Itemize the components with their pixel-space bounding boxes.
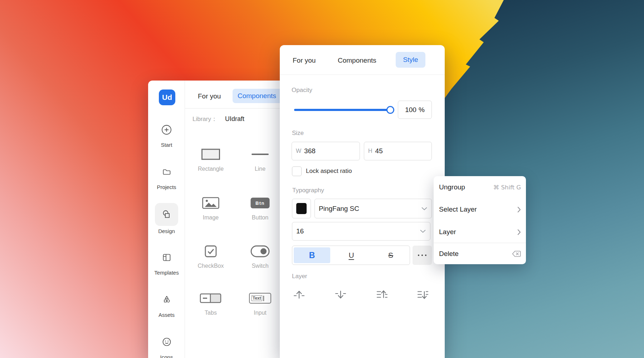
smiley-icon (162, 337, 171, 347)
input-icon: Text (249, 293, 271, 304)
component-label: Rectangle (198, 166, 224, 172)
font-family-value: PingFang SC (319, 205, 359, 213)
bring-forward-icon (376, 288, 389, 301)
size-label: Size (292, 130, 304, 137)
height-value: 45 (375, 147, 383, 155)
panel-tab-components[interactable]: Components (338, 57, 376, 64)
image-icon (202, 197, 220, 209)
menu-item-label: Select Layer (439, 205, 517, 213)
sidebar-item-design[interactable]: Design (148, 203, 185, 235)
sidebar-item-projects[interactable]: Projects (148, 167, 185, 191)
folder-icon (162, 167, 171, 176)
bring-to-front-icon (293, 288, 306, 301)
chevron-right-icon (517, 207, 521, 213)
component-label: Input (254, 310, 267, 316)
panel-tab-style-label: Style (403, 56, 418, 64)
more-options-button[interactable] (413, 246, 432, 265)
design-shapes-icon (161, 209, 172, 220)
font-size-value: 16 (296, 227, 304, 235)
text-color-swatch (296, 203, 307, 214)
component-label: Line (255, 166, 265, 172)
layout-icon (162, 253, 171, 262)
send-backward-icon (416, 288, 429, 301)
send-backward-button[interactable] (416, 287, 430, 302)
menu-item-select-layer[interactable]: Select Layer (434, 202, 526, 217)
opacity-value: 100 (405, 106, 416, 114)
bring-to-front-button[interactable] (292, 287, 306, 302)
rectangle-icon (201, 149, 220, 160)
sidebar-item-label: Templates (154, 269, 179, 276)
asset-shapes-icon (162, 295, 171, 304)
btn-chip-label: Btn (251, 198, 270, 208)
component-label: CheckBox (198, 263, 224, 269)
height-prefix: H (368, 148, 372, 154)
library-row: Library： UIdraft (192, 115, 244, 123)
text-color-picker[interactable] (292, 199, 311, 218)
panel-tab-for-you[interactable]: For you (293, 57, 316, 64)
bring-forward-button[interactable] (375, 287, 389, 302)
selected-item-highlight (155, 203, 178, 226)
backspace-icon (512, 251, 521, 257)
sidebar-item-start[interactable]: Start (148, 124, 185, 149)
library-name[interactable]: UIdraft (225, 115, 244, 123)
input-sample-text: Text (252, 295, 262, 301)
component-label: Switch (252, 263, 268, 269)
sidebar-item-assets[interactable]: Assets (148, 295, 185, 319)
chevron-down-icon (421, 207, 427, 210)
sidebar-item-label: Start (161, 141, 172, 149)
width-prefix: W (296, 148, 301, 154)
tab-components-label: Components (238, 92, 276, 100)
text-style-group: B U S (292, 246, 410, 265)
send-to-back-button[interactable] (333, 287, 348, 302)
lock-aspect-ratio-checkbox[interactable] (292, 166, 302, 176)
text-caret (263, 296, 264, 301)
height-field[interactable]: H 45 (364, 142, 432, 160)
typography-label: Typography (292, 187, 324, 194)
sidebar-item-label: Icons (160, 354, 173, 358)
opacity-label: Opacity (292, 87, 312, 94)
underline-button[interactable]: U (332, 246, 371, 265)
sidebar-item-icons[interactable]: Icons (148, 337, 185, 358)
menu-divider (434, 243, 526, 243)
font-size-select[interactable]: 16 (292, 222, 430, 241)
component-label: Tabs (205, 310, 217, 316)
strikethrough-button[interactable]: S (371, 246, 410, 265)
chevron-down-icon (420, 230, 426, 233)
ellipsis-icon (418, 255, 419, 256)
sidebar-item-label: Assets (158, 311, 175, 319)
font-family-select[interactable]: PingFang SC (314, 199, 432, 218)
panel-tabbar-divider (280, 74, 445, 75)
sidebar-item-label: Projects (157, 184, 176, 191)
menu-item-shortcut: ⌘ Shift G (493, 184, 521, 191)
strikethrough-label: S (388, 251, 393, 260)
bold-label: B (309, 251, 315, 260)
layer-label: Layer (292, 273, 307, 280)
opacity-input[interactable]: 100 % (398, 101, 432, 119)
opacity-slider-knob[interactable] (386, 106, 394, 114)
line-icon (252, 153, 269, 156)
switch-icon (250, 245, 270, 257)
app-logo[interactable]: Ud (159, 90, 175, 105)
tab-for-you[interactable]: For you (198, 92, 221, 100)
button-icon: Btn (251, 198, 270, 208)
tabs-icon (200, 293, 222, 304)
lock-aspect-ratio-label: Lock aspect ratio (306, 168, 352, 175)
menu-item-label: Layer (439, 228, 517, 236)
bold-button[interactable]: B (292, 246, 332, 265)
chevron-right-icon (517, 229, 521, 235)
width-field[interactable]: W 368 (292, 142, 360, 160)
menu-item-label: Ungroup (439, 183, 493, 191)
opacity-slider[interactable] (294, 109, 394, 111)
panel-tab-style[interactable]: Style (396, 52, 425, 68)
underline-label: U (348, 251, 354, 260)
send-to-back-icon (334, 288, 347, 301)
context-menu: Ungroup ⌘ Shift G Select Layer Layer Del… (434, 176, 526, 264)
plus-circle-icon (161, 124, 172, 135)
sidebar: Ud Start Projects (148, 81, 185, 358)
menu-item-delete[interactable]: Delete (434, 246, 526, 261)
opacity-unit: % (419, 106, 425, 114)
sidebar-item-templates[interactable]: Templates (148, 253, 185, 276)
menu-item-ungroup[interactable]: Ungroup ⌘ Shift G (434, 180, 526, 195)
sidebar-item-label: Design (158, 228, 175, 235)
menu-item-layer[interactable]: Layer (434, 224, 526, 240)
